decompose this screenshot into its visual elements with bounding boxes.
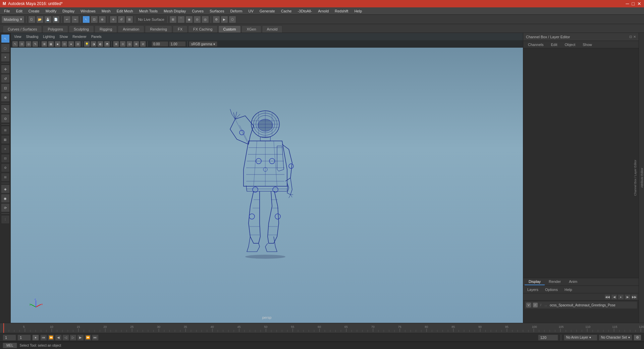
layer-prev-prev-btn[interactable]: ◀◀	[604, 294, 610, 300]
vp-manip-btn[interactable]: ⊕	[113, 41, 119, 47]
menu-generate[interactable]: Generate	[257, 8, 278, 14]
outliner-button[interactable]: ≡	[1, 145, 10, 153]
vp-field2[interactable]: 1.00	[169, 41, 186, 47]
sculpt-button[interactable]: ✎	[1, 105, 10, 113]
title-bar-controls[interactable]: ─ □ ✕	[626, 1, 641, 6]
menu-create[interactable]: Create	[26, 8, 42, 14]
prev-frame-btn[interactable]: ◀	[55, 335, 62, 341]
vt-shading[interactable]: Shading	[24, 34, 41, 39]
vp-snap3-btn[interactable]: ⊗	[133, 41, 139, 47]
render-tools-button[interactable]: ◈	[1, 185, 10, 193]
tab-fx-caching[interactable]: FX Caching	[188, 26, 217, 33]
maximize-button[interactable]: □	[632, 1, 635, 6]
vp-aa-btn[interactable]: ◓	[104, 41, 110, 47]
tab-polygons[interactable]: Polygons	[43, 26, 68, 33]
fx-tools-button[interactable]: ⟳	[1, 203, 10, 212]
quick-layout-button[interactable]: ⊞	[1, 126, 10, 135]
vp-paint-btn[interactable]: ✎	[32, 41, 38, 47]
attribute-editor-tab[interactable]: Attribute Editor	[640, 166, 644, 189]
vp-ao-btn[interactable]: ◐	[97, 41, 103, 47]
play-back-btn[interactable]: ◁	[62, 335, 69, 341]
menu-arnold[interactable]: Arnold	[315, 8, 331, 14]
extra-tools-button[interactable]: ⋮	[1, 215, 10, 224]
rp-close-btn[interactable]: ✕	[633, 35, 636, 39]
layer-next-btn[interactable]: ▶	[625, 294, 631, 300]
render-settings-button[interactable]: ⚙	[213, 16, 220, 23]
move-mode-button[interactable]: ✛	[1, 65, 10, 73]
vp-select2-btn[interactable]: ⊡	[19, 41, 25, 47]
display-tab[interactable]: Display	[525, 279, 545, 285]
universal-manip-button[interactable]: ⊛	[1, 93, 10, 102]
tab-channels[interactable]: Channels	[525, 42, 547, 47]
menu-3dto-all[interactable]: -3DtoAll-	[295, 8, 315, 14]
snap-surface-button[interactable]: ⊙	[194, 16, 201, 23]
tab-custom[interactable]: Custom	[218, 26, 241, 33]
vt-view[interactable]: View	[12, 34, 23, 39]
vp-snap4-btn[interactable]: ⊘	[140, 41, 146, 47]
frame-start-field[interactable]: 1	[3, 335, 16, 341]
vp-shadow-btn[interactable]: ◑	[91, 41, 97, 47]
playback-settings-btn[interactable]: ⚙	[634, 335, 641, 341]
menu-file[interactable]: File	[1, 8, 13, 14]
timeline-ruler[interactable]	[0, 323, 644, 333]
layer-prev-btn[interactable]: ◀	[611, 294, 617, 300]
menu-deform[interactable]: Deform	[227, 8, 245, 14]
next-frame-end-btn[interactable]: ⏭	[92, 335, 99, 341]
vp-gamma-dropdown[interactable]: sRGB gamma ▾	[189, 41, 217, 47]
menu-uv[interactable]: UV	[246, 8, 256, 14]
vp-light-btn[interactable]: 💡	[84, 41, 90, 47]
layers-subtab[interactable]: Layers	[525, 287, 541, 292]
menu-edit[interactable]: Edit	[13, 8, 25, 14]
ipr-render-button[interactable]: ⬡	[229, 16, 236, 23]
vp-grid-btn[interactable]: ⊞	[41, 41, 47, 47]
channel-box-tab[interactable]: Channel Box / Layer Editor	[633, 158, 637, 197]
undo-button[interactable]: ↩	[63, 16, 71, 23]
menu-surfaces[interactable]: Surfaces	[207, 8, 227, 14]
layer-play-btn[interactable]: ▸	[618, 294, 624, 300]
soft-select-button[interactable]: ⌖	[1, 53, 10, 62]
select-tool-button[interactable]: ↖	[83, 16, 90, 23]
vt-lighting[interactable]: Lighting	[41, 34, 57, 39]
autokey-button[interactable]: ●	[32, 335, 39, 341]
help-subtab[interactable]: Help	[562, 287, 575, 292]
rp-float-btn[interactable]: ⊡	[629, 35, 632, 39]
vp-cam-btn[interactable]: ◎	[25, 41, 32, 47]
vp-field1[interactable]: 0.00	[152, 41, 168, 47]
menu-help[interactable]: Help	[352, 8, 365, 14]
prev-frame-start-btn[interactable]: ⏮	[40, 335, 47, 341]
menu-curves[interactable]: Curves	[189, 8, 206, 14]
menu-display[interactable]: Display	[60, 8, 77, 14]
channel-box-button[interactable]: ⊞	[1, 173, 10, 182]
vp-snap2-btn[interactable]: ◎	[126, 41, 132, 47]
tab-rigging[interactable]: Rigging	[95, 26, 117, 33]
vp-snap-btn[interactable]: ⊙	[120, 41, 126, 47]
vp-solid-btn[interactable]: ■	[55, 41, 61, 47]
tab-xgen[interactable]: XGen	[241, 26, 261, 33]
open-scene-button[interactable]: 📂	[36, 16, 44, 23]
frame-range-field[interactable]: 120	[538, 335, 558, 341]
render-view-button[interactable]: ▶	[221, 16, 228, 23]
vp-smooth-btn[interactable]: ●	[68, 41, 74, 47]
layer-row[interactable]: V P / ... ocss_Spacesuit_Astronaut_Greet…	[525, 301, 637, 309]
show-manip-button[interactable]: ⊙	[1, 114, 10, 123]
vp-wire-btn[interactable]: ▦	[48, 41, 54, 47]
snap-curve-button[interactable]: ⌒	[177, 16, 185, 23]
no-anim-layer-dropdown[interactable]: No Anim Layer ▾	[564, 335, 597, 341]
tab-object[interactable]: Object	[561, 42, 579, 47]
redo-button[interactable]: ↪	[71, 16, 79, 23]
tab-arnold[interactable]: Arnold	[262, 26, 283, 33]
options-subtab[interactable]: Options	[542, 287, 560, 292]
vp-select-btn[interactable]: ↖	[12, 41, 18, 47]
render-tab[interactable]: Render	[545, 279, 565, 285]
frame-current-field[interactable]: 1	[17, 335, 31, 341]
scale-mode-button[interactable]: ⊡	[1, 84, 10, 92]
tab-curves-surfaces[interactable]: Curves / Surfaces	[3, 26, 42, 33]
menu-mesh[interactable]: Mesh	[99, 8, 113, 14]
mode-dropdown[interactable]: Modeling ▾	[1, 16, 24, 23]
tab-show[interactable]: Show	[579, 42, 595, 47]
no-character-set-dropdown[interactable]: No Character Set ▾	[599, 335, 632, 341]
rotate-mode-button[interactable]: ↺	[1, 74, 10, 83]
layer-proxy-check[interactable]: P	[533, 303, 538, 307]
tab-sculpting[interactable]: Sculpting	[69, 26, 94, 33]
menu-mesh-tools[interactable]: Mesh Tools	[137, 8, 160, 14]
